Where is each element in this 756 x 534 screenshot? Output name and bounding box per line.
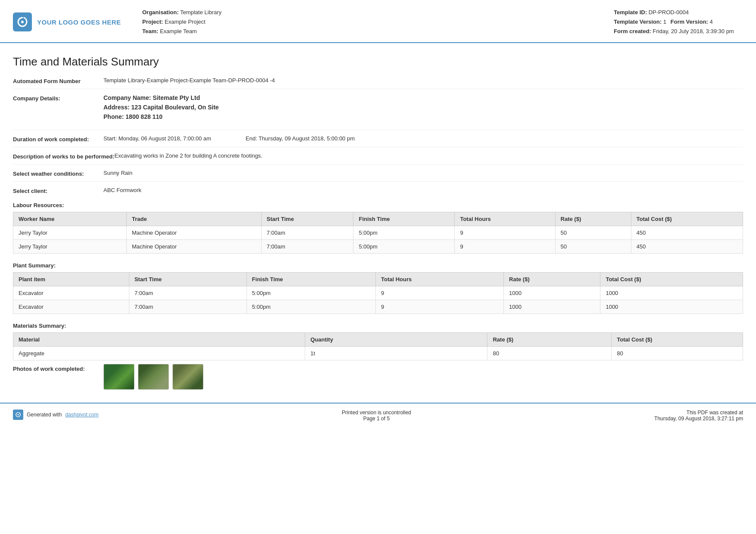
labour-table-header-row: Worker Name Trade Start Time Finish Time… (13, 212, 743, 226)
photos-row: Photos of work completed: (13, 364, 743, 390)
plant-start-time: 7:00am (129, 300, 247, 314)
material-name: Aggregate (13, 347, 305, 360)
labour-table-row: Jerry Taylor Machine Operator 7:00am 5:0… (13, 226, 743, 240)
weather-row: Select weather conditions: Sunny Rain (13, 170, 743, 177)
plant-col-start: Start Time (129, 273, 247, 286)
duration-end: End: Thursday, 09 August 2018, 5:00:00 p… (246, 135, 355, 142)
labour-col-cost: Total Cost ($) (631, 212, 743, 226)
plant-col-rate: Rate ($) (504, 273, 600, 286)
header-team: Team: Example Team (142, 27, 597, 36)
plant-finish-time: 5:00pm (247, 286, 375, 300)
labour-start-time: 7:00am (261, 240, 353, 254)
labour-rate: 50 (555, 226, 631, 240)
labour-col-start: Start Time (261, 212, 353, 226)
plant-section-title: Plant Summary: (13, 262, 743, 269)
header-org: Organisation: Template Library (142, 8, 597, 17)
photos-label: Photos of work completed: (13, 364, 103, 372)
duration-label: Duration of work completed: (13, 135, 103, 143)
footer-pdf-created-date: Thursday, 09 August 2018, 3:27:11 pm (654, 416, 743, 422)
labour-rate: 50 (555, 240, 631, 254)
labour-finish-time: 5:00pm (353, 240, 455, 254)
footer-left: Generated with dashpivot.com (13, 410, 99, 420)
labour-col-worker: Worker Name (13, 212, 127, 226)
materials-col-material: Material (13, 333, 305, 347)
materials-col-quantity: Quantity (305, 333, 487, 347)
duration-row: Duration of work completed: Start: Monda… (13, 135, 743, 143)
labour-total-cost: 450 (631, 226, 743, 240)
plant-total-hours: 9 (375, 286, 503, 300)
plant-table: Plant item Start Time Finish Time Total … (13, 272, 743, 314)
client-label: Select client: (13, 187, 103, 194)
plant-col-item: Plant item (13, 273, 129, 286)
photo-2 (138, 364, 169, 390)
footer-page-number: 1 (377, 416, 380, 422)
header-versions: Template Version: 1 Form Version: 4 (614, 17, 743, 27)
weather-value: Sunny Rain (103, 170, 743, 176)
header-project: Project: Example Project (142, 17, 597, 27)
logo-area: YOUR LOGO GOES HERE (13, 12, 125, 31)
header-center: Organisation: Template Library Project: … (125, 8, 597, 36)
header-template-id: Template ID: DP-PROD-0004 (614, 8, 743, 17)
material-rate: 80 (487, 347, 612, 360)
labour-total-cost: 450 (631, 240, 743, 254)
labour-total-hours: 9 (455, 240, 555, 254)
labour-section-title: Labour Resources: (13, 202, 743, 208)
plant-col-hours: Total Hours (375, 273, 503, 286)
labour-worker-name: Jerry Taylor (13, 226, 127, 240)
photo-1 (103, 364, 134, 390)
client-row: Select client: ABC Formwork (13, 187, 743, 194)
automated-form-label: Automated Form Number (13, 77, 103, 84)
company-phone: Phone: 1800 828 110 (103, 113, 743, 120)
materials-table-row: Aggregate 1t 80 80 (13, 347, 743, 360)
page-title: Time and Materials Summary (13, 55, 743, 68)
company-address: Address: 123 Capital Boulevard, On Site (103, 104, 743, 111)
weather-label: Select weather conditions: (13, 170, 103, 177)
page-footer: Generated with dashpivot.com Printed ver… (0, 403, 756, 428)
labour-trade: Machine Operator (126, 240, 261, 254)
plant-table-row: Excavator 7:00am 5:00pm 9 1000 1000 (13, 286, 743, 300)
footer-page-label: Page (363, 416, 375, 422)
company-details-row: Company Details: Company Name: Sitemate … (13, 94, 743, 123)
labour-table-row: Jerry Taylor Machine Operator 7:00am 5:0… (13, 240, 743, 254)
page-header: YOUR LOGO GOES HERE Organisation: Templa… (0, 0, 756, 43)
plant-col-cost: Total Cost ($) (600, 273, 743, 286)
duration-start: Start: Monday, 06 August 2018, 7:00:00 a… (103, 135, 211, 142)
plant-rate: 1000 (504, 300, 600, 314)
materials-col-cost: Total Cost ($) (612, 333, 743, 347)
svg-point-0 (21, 21, 24, 23)
materials-col-rate: Rate ($) (487, 333, 612, 347)
footer-page-of: of 5 (381, 416, 390, 422)
header-right: Template ID: DP-PROD-0004 Template Versi… (597, 8, 743, 36)
plant-total-cost: 1000 (600, 286, 743, 300)
plant-rate: 1000 (504, 286, 600, 300)
material-total-cost: 80 (612, 347, 743, 360)
svg-point-1 (18, 414, 19, 416)
automated-form-value: Template Library-Example Project-Example… (103, 77, 743, 84)
description-label: Description of works to be performed: (13, 152, 114, 160)
description-row: Description of works to be performed: Ex… (13, 152, 743, 160)
footer-center: Printed version is uncontrolled Page 1 o… (342, 410, 411, 422)
plant-table-row: Excavator 7:00am 5:00pm 9 1000 1000 (13, 300, 743, 314)
photos-container (103, 364, 203, 390)
footer-page-info: Page 1 of 5 (342, 416, 411, 422)
labour-col-finish: Finish Time (353, 212, 455, 226)
photo-3 (172, 364, 203, 390)
logo-icon (13, 12, 32, 31)
header-form-created: Form created: Friday, 20 July 2018, 3:39… (614, 27, 743, 36)
labour-trade: Machine Operator (126, 226, 261, 240)
plant-item: Excavator (13, 300, 129, 314)
material-quantity: 1t (305, 347, 487, 360)
plant-start-time: 7:00am (129, 286, 247, 300)
footer-printed-version: Printed version is uncontrolled (342, 410, 411, 416)
duration-values: Start: Monday, 06 August 2018, 7:00:00 a… (103, 135, 743, 142)
logo-text: YOUR LOGO GOES HERE (37, 19, 121, 26)
labour-table: Worker Name Trade Start Time Finish Time… (13, 212, 743, 254)
main-content: Time and Materials Summary Automated For… (0, 43, 756, 390)
labour-worker-name: Jerry Taylor (13, 240, 127, 254)
labour-col-hours: Total Hours (455, 212, 555, 226)
company-details-value: Company Name: Sitemate Pty Ltd Address: … (103, 94, 743, 123)
plant-total-hours: 9 (375, 300, 503, 314)
labour-col-rate: Rate ($) (555, 212, 631, 226)
footer-generated-link[interactable]: dashpivot.com (65, 412, 98, 418)
plant-col-finish: Finish Time (247, 273, 375, 286)
